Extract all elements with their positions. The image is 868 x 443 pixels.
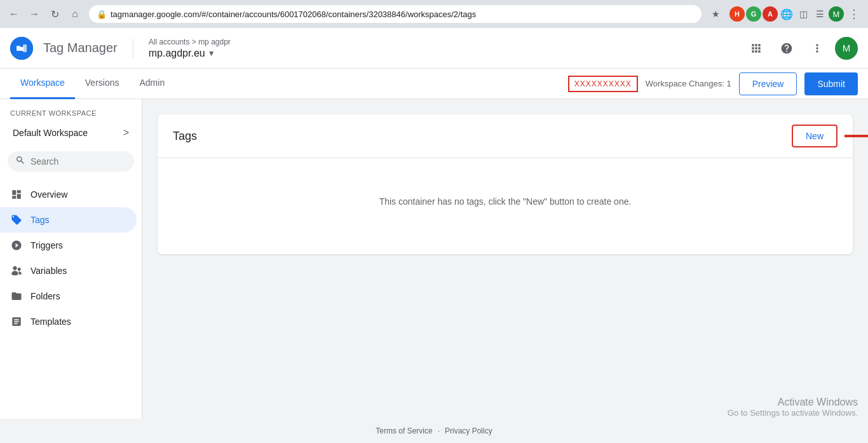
sidebar-item-triggers[interactable]: Triggers xyxy=(0,233,137,258)
watermark-title: Activate Windows xyxy=(728,397,858,408)
user-avatar[interactable]: M xyxy=(835,37,858,60)
page-footer: Terms of Service · Privacy Policy xyxy=(0,419,868,443)
sidebar-item-folders[interactable]: Folders xyxy=(0,283,137,309)
ext-icon-1[interactable]: H xyxy=(729,6,745,22)
help-button[interactable] xyxy=(774,36,799,61)
sidebar-label-folders: Folders xyxy=(31,291,60,301)
tag-icon xyxy=(10,214,23,226)
card-body: This container has no tags, click the "N… xyxy=(158,158,853,245)
terms-of-service-link[interactable]: Terms of Service xyxy=(376,426,432,435)
browser-more-button[interactable]: ⋮ xyxy=(845,5,863,23)
folder-icon xyxy=(10,290,23,303)
tab-versions[interactable]: Versions xyxy=(75,69,130,99)
browser-actions: ★ xyxy=(707,5,724,23)
apps-button[interactable] xyxy=(743,36,769,61)
tab-items: Workspace Versions Admin xyxy=(10,69,568,99)
ext-icon-2[interactable]: G xyxy=(746,6,761,22)
new-tag-button[interactable]: New xyxy=(792,125,837,147)
arrow-body xyxy=(844,135,868,137)
header-right-actions: M xyxy=(743,36,858,61)
sidebar: CURRENT WORKSPACE Default Workspace > Ov… xyxy=(0,99,142,443)
overview-icon xyxy=(10,188,23,201)
ext-icon-5[interactable]: ◫ xyxy=(796,6,811,22)
sidebar-label-overview: Overview xyxy=(31,189,67,200)
windows-watermark: Activate Windows Go to Settings to activ… xyxy=(728,397,858,418)
account-name: mp.agdpr.eu xyxy=(149,48,205,59)
sidebar-item-tags[interactable]: Tags xyxy=(0,207,137,233)
breadcrumb-text: All accounts > mp agdpr xyxy=(149,37,231,46)
url-text: tagmanager.google.com/#/container/accoun… xyxy=(111,10,694,19)
avatar-browser[interactable]: M xyxy=(829,6,844,22)
preview-button[interactable]: Preview xyxy=(739,72,797,95)
more-options-button[interactable] xyxy=(804,36,830,61)
search-input[interactable] xyxy=(31,156,142,167)
footer-separator: · xyxy=(438,426,440,435)
account-selector[interactable]: mp.agdpr.eu ▼ xyxy=(149,48,231,59)
sidebar-item-variables[interactable]: Variables xyxy=(0,258,137,283)
card-header: Tags New xyxy=(158,114,853,158)
arrow-annotation xyxy=(844,130,868,142)
ext-icon-6[interactable]: ☰ xyxy=(812,6,827,22)
current-workspace-label: CURRENT WORKSPACE xyxy=(0,99,142,119)
main-layout: CURRENT WORKSPACE Default Workspace > Ov… xyxy=(0,99,868,443)
tab-admin[interactable]: Admin xyxy=(129,69,175,99)
ext-icon-4[interactable]: 🌐 xyxy=(779,6,794,22)
reload-button[interactable]: ↻ xyxy=(46,5,64,23)
app-header: Tag Manager All accounts > mp agdpr mp.a… xyxy=(0,28,868,69)
forward-button[interactable]: → xyxy=(25,5,43,23)
dropdown-arrow-icon: ▼ xyxy=(208,49,215,58)
tab-bar: Workspace Versions Admin XXXXXXXXXX Work… xyxy=(0,69,868,99)
more-vert-icon xyxy=(811,42,824,55)
apps-icon xyxy=(750,42,763,55)
workspace-name: Default Workspace xyxy=(13,128,88,138)
back-button[interactable]: ← xyxy=(5,5,23,23)
search-icon xyxy=(15,155,25,168)
sidebar-search[interactable] xyxy=(8,151,134,172)
sidebar-item-overview[interactable]: Overview xyxy=(0,182,137,207)
content-area: Tags New This container has no tags, cli… xyxy=(142,99,868,443)
template-icon xyxy=(10,315,23,328)
sidebar-item-templates[interactable]: Templates xyxy=(0,309,137,334)
tab-workspace[interactable]: Workspace xyxy=(10,69,75,99)
card-title: Tags xyxy=(173,130,197,143)
sidebar-label-tags: Tags xyxy=(31,215,50,225)
nav-buttons: ← → ↻ ⌂ xyxy=(5,5,84,23)
watermark-subtitle: Go to Settings to activate Windows. xyxy=(728,408,858,418)
app-title: Tag Manager xyxy=(43,41,118,55)
workspace-chevron-icon: > xyxy=(123,127,129,139)
workspace-id-badge: XXXXXXXXXX xyxy=(568,76,638,92)
empty-state-message: This container has no tags, click the "N… xyxy=(379,196,632,207)
lock-icon: 🔒 xyxy=(97,10,107,19)
workspace-selector[interactable]: Default Workspace > xyxy=(5,122,137,144)
sidebar-nav: Overview Tags Triggers Var xyxy=(0,177,142,339)
sidebar-label-variables: Variables xyxy=(31,266,67,276)
bookmark-button[interactable]: ★ xyxy=(707,5,724,23)
new-button-wrapper: New xyxy=(792,125,837,147)
tab-right-actions: XXXXXXXXXX Workspace Changes: 1 Preview … xyxy=(568,72,858,95)
header-breadcrumb: All accounts > mp agdpr mp.agdpr.eu ▼ xyxy=(149,37,231,59)
address-bar[interactable]: 🔒 tagmanager.google.com/#/container/acco… xyxy=(89,5,702,23)
workspace-changes: Workspace Changes: 1 xyxy=(646,79,731,88)
home-button[interactable]: ⌂ xyxy=(66,5,84,23)
variable-icon xyxy=(10,264,23,277)
ext-icon-3[interactable]: A xyxy=(763,6,778,22)
browser-chrome: ← → ↻ ⌂ 🔒 tagmanager.google.com/#/contai… xyxy=(0,0,868,28)
gtm-logo-svg xyxy=(10,37,33,60)
content-card: Tags New This container has no tags, cli… xyxy=(158,114,853,254)
trigger-icon xyxy=(10,239,23,252)
help-icon xyxy=(780,42,793,55)
browser-extensions: H G A 🌐 ◫ ☰ M ⋮ xyxy=(729,5,863,23)
gtm-logo xyxy=(10,37,33,60)
sidebar-label-triggers: Triggers xyxy=(31,240,63,250)
privacy-policy-link[interactable]: Privacy Policy xyxy=(445,426,492,435)
svg-rect-3 xyxy=(20,47,24,51)
breadcrumb-top: All accounts > mp agdpr xyxy=(149,37,231,46)
sidebar-label-templates: Templates xyxy=(31,317,71,327)
submit-button[interactable]: Submit xyxy=(804,72,858,95)
